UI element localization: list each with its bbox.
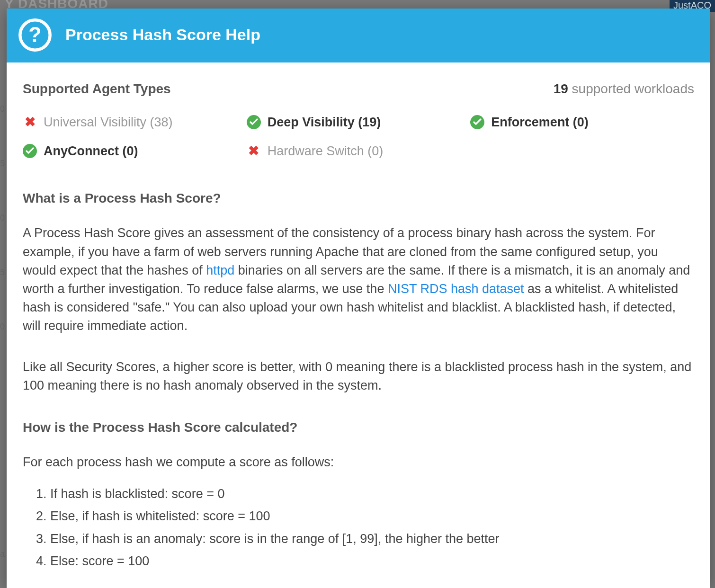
- supported-agents-heading: Supported Agent Types: [23, 80, 171, 99]
- help-icon: ?: [18, 18, 52, 52]
- agent-types-grid: ✖Universal Visibility (38)Deep Visibilit…: [23, 113, 694, 160]
- agent-type-universal-visibility: ✖Universal Visibility (38): [23, 113, 247, 132]
- svg-text:?: ?: [28, 23, 41, 46]
- modal-title: Process Hash Score Help: [65, 26, 260, 44]
- check-icon: [470, 115, 484, 129]
- agent-type-label: Hardware Switch (0): [268, 142, 384, 160]
- bg-axis-tick: a: [0, 549, 5, 559]
- what-is-paragraph-2: Like all Security Scores, a higher score…: [23, 358, 694, 395]
- score-rule-item: Else, if hash is whitelisted: score = 10…: [50, 507, 694, 526]
- httpd-link[interactable]: httpd: [206, 263, 234, 277]
- bg-axis-tick: 0: [0, 104, 5, 114]
- workloads-label: supported workloads: [568, 81, 694, 96]
- check-icon: [247, 115, 261, 129]
- score-rule-item: If hash is blacklisted: score = 0: [50, 485, 694, 503]
- agent-type-enforcement: Enforcement (0): [470, 113, 694, 132]
- bg-axis-tick: 5: [0, 159, 5, 169]
- agent-type-label: Enforcement (0): [491, 113, 589, 132]
- check-icon: [23, 144, 37, 158]
- modal-body: Supported Agent Types 19 supported workl…: [7, 62, 710, 588]
- nist-rds-link[interactable]: NIST RDS hash dataset: [388, 282, 524, 296]
- bg-axis-tick: 5: [0, 267, 5, 277]
- cross-icon: ✖: [247, 144, 261, 158]
- bg-axis-tick: 0: [0, 213, 5, 223]
- how-calculated-heading: How is the Process Hash Score calculated…: [23, 418, 694, 437]
- what-is-paragraph-1: A Process Hash Score gives an assessment…: [23, 224, 694, 335]
- help-modal: ? Process Hash Score Help Supported Agen…: [7, 9, 710, 588]
- agent-type-label: Universal Visibility (38): [44, 113, 173, 132]
- supported-workloads-count: 19 supported workloads: [554, 80, 694, 99]
- score-rule-item: Else: score = 100: [50, 552, 694, 570]
- modal-header: ? Process Hash Score Help: [7, 9, 710, 62]
- agent-type-label: Deep Visibility (19): [268, 113, 381, 132]
- score-rules-list: If hash is blacklisted: score = 0Else, i…: [23, 485, 694, 570]
- agent-type-deep-visibility: Deep Visibility (19): [247, 113, 471, 132]
- agent-type-label: AnyConnect (0): [44, 142, 138, 160]
- agent-type-anyconnect: AnyConnect (0): [23, 142, 247, 160]
- how-intro: For each process hash we compute a score…: [23, 453, 694, 472]
- cross-icon: ✖: [23, 115, 37, 129]
- what-is-heading: What is a Process Hash Score?: [23, 189, 694, 208]
- bg-axis-tick: 0: [0, 322, 5, 332]
- score-rule-item: Else, if hash is an anomaly: score is in…: [50, 530, 694, 548]
- workloads-number: 19: [554, 81, 568, 96]
- agent-type-hardware-switch: ✖Hardware Switch (0): [247, 142, 471, 160]
